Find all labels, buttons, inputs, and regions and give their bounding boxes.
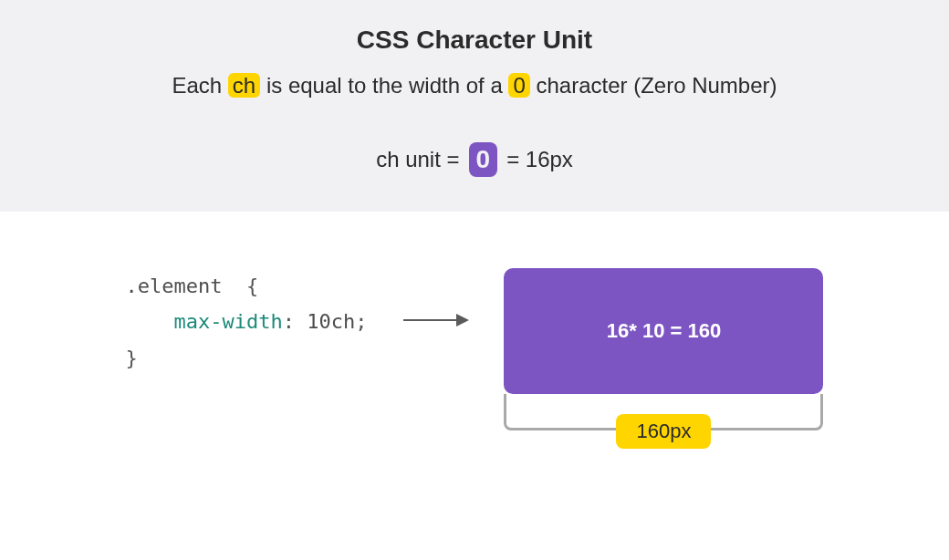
dimension-bracket: 160px	[504, 394, 823, 451]
dimension-label: 160px	[616, 414, 711, 449]
code-selector: .element	[126, 275, 223, 297]
code-colon: :	[283, 310, 295, 333]
result-box-text: 16* 10 = 160	[607, 319, 721, 343]
example-panel: .element { max-width: 10ch; } 16* 10 = 1…	[0, 212, 949, 469]
equation-rhs: = 16px	[506, 147, 573, 172]
arrow-right-icon	[403, 319, 467, 321]
highlight-ch: ch	[228, 73, 260, 98]
equation-line: ch unit = 0 = 16px	[18, 142, 931, 177]
highlight-zero: 0	[508, 73, 529, 98]
code-open-brace: {	[246, 275, 258, 297]
subtitle-part-1: Each	[172, 73, 222, 98]
code-value: 10ch	[307, 310, 355, 333]
arrow-wrap	[403, 268, 467, 321]
result-box-wrap: 16* 10 = 160 160px	[504, 268, 823, 451]
code-close-brace: }	[126, 347, 138, 369]
result-box: 16* 10 = 160	[504, 268, 823, 394]
code-semi: ;	[355, 310, 367, 333]
code-property: max-width	[174, 310, 283, 333]
subtitle-part-3: character (Zero Number)	[536, 73, 777, 98]
subtitle-line: Each ch is equal to the width of a 0 cha…	[18, 73, 931, 99]
page-title: CSS Character Unit	[18, 26, 931, 55]
zero-badge: 0	[469, 142, 498, 177]
code-block: .element { max-width: 10ch; }	[126, 268, 368, 377]
subtitle-part-2: is equal to the width of a	[266, 73, 503, 98]
equation-lhs: ch unit =	[376, 147, 459, 172]
header-panel: CSS Character Unit Each ch is equal to t…	[0, 0, 949, 212]
